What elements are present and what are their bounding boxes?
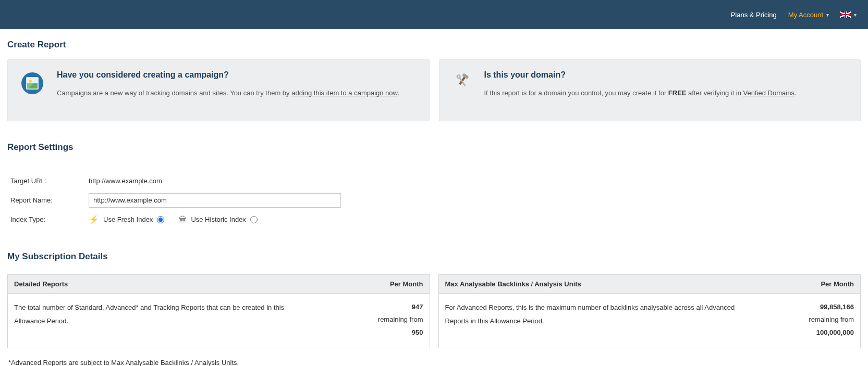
report-name-row: Report Name:: [7, 190, 861, 211]
campaign-text-before: Campaigns are a new way of tracking doma…: [57, 89, 291, 97]
index-type-row: Index Type: ⚡ Use Fresh Index 🏛 Use Hist…: [7, 211, 861, 229]
index-type-label: Index Type:: [7, 216, 89, 223]
subscription-tables-row: Detailed Reports Per Month The total num…: [7, 274, 861, 348]
uk-flag-icon: [840, 11, 851, 18]
max-backlinks-numbers: 99,858,166 remaining from 100,000,000: [809, 301, 854, 339]
domain-text-after: .: [794, 89, 797, 97]
fresh-index-label: Use Fresh Index: [103, 216, 153, 223]
target-url-row: Target URL: http://www.example.com: [7, 172, 861, 190]
detailed-reports-title: Detailed Reports: [14, 280, 68, 288]
picture-icon: [26, 77, 39, 90]
max-backlinks-middle: remaining from: [809, 313, 854, 326]
historic-index-radio[interactable]: [250, 216, 258, 223]
report-settings-section: Report Settings Target URL: http://www.e…: [7, 142, 861, 229]
info-cards-row: Have you considered creating a campaign?…: [7, 59, 861, 121]
max-backlinks-card: Max Analysable Backlinks / Analysis Unit…: [438, 274, 861, 348]
max-backlinks-remaining: 99,858,166: [809, 301, 854, 314]
fresh-index-option[interactable]: ⚡ Use Fresh Index: [89, 214, 164, 224]
subscription-footnote: *Advanced Reports are subject to Max Ana…: [7, 359, 861, 366]
page-title: Create Report: [7, 40, 861, 50]
max-backlinks-total: 100,000,000: [809, 326, 854, 339]
historic-index-label: Use Historic Index: [191, 216, 246, 223]
my-account-label: My Account: [788, 11, 823, 19]
page-content: Create Report Have you considered creati…: [0, 29, 868, 366]
campaign-card-title: Have you considered creating a campaign?: [57, 70, 399, 80]
verified-domains-link[interactable]: Verified Domains: [743, 89, 794, 97]
report-settings-heading: Report Settings: [7, 142, 861, 153]
subscription-heading: My Subscription Details: [7, 251, 861, 262]
bolt-icon: ⚡: [89, 214, 99, 224]
tools-icon: [453, 72, 471, 90]
detailed-reports-remaining: 947: [378, 301, 423, 314]
target-url-label: Target URL:: [7, 177, 89, 185]
detailed-reports-desc: The total number of Standard, Advanced* …: [14, 301, 306, 339]
domain-free-bold: FREE: [668, 89, 687, 97]
detailed-reports-numbers: 947 remaining from 950: [378, 301, 423, 339]
subscription-details-section: My Subscription Details Detailed Reports…: [7, 251, 861, 366]
report-name-label: Report Name:: [7, 196, 89, 204]
campaign-card-body: Have you considered creating a campaign?…: [57, 70, 399, 109]
campaign-text-after: .: [397, 89, 399, 97]
domain-card-body: Is this your domain? If this report is f…: [484, 70, 797, 100]
chevron-down-icon: ▾: [854, 12, 857, 18]
add-to-campaign-link[interactable]: adding this item to a campaign now: [291, 89, 397, 97]
top-bar: Plans & Pricing My Account ▾ ▾: [0, 0, 868, 29]
campaign-icon: [21, 72, 43, 94]
max-backlinks-head: Max Analysable Backlinks / Analysis Unit…: [439, 275, 861, 294]
max-backlinks-body: For Advanced Reports, this is the maximu…: [439, 294, 861, 348]
detailed-reports-middle: remaining from: [378, 313, 423, 326]
detailed-reports-head: Detailed Reports Per Month: [8, 275, 430, 294]
domain-card-text: If this report is for a domain you contr…: [484, 87, 797, 100]
domain-text-before: If this report is for a domain you contr…: [484, 89, 668, 97]
per-month-label: Per Month: [821, 280, 854, 288]
bank-icon: 🏛: [179, 215, 187, 224]
plans-pricing-link[interactable]: Plans & Pricing: [731, 11, 777, 19]
my-account-dropdown[interactable]: My Account ▾: [788, 11, 829, 19]
historic-index-option[interactable]: 🏛 Use Historic Index: [179, 215, 257, 224]
max-backlinks-title: Max Analysable Backlinks / Analysis Unit…: [445, 280, 581, 288]
chevron-down-icon: ▾: [826, 12, 829, 18]
domain-card-title: Is this your domain?: [484, 70, 797, 80]
language-selector[interactable]: ▾: [840, 11, 857, 18]
detailed-reports-card: Detailed Reports Per Month The total num…: [7, 274, 430, 348]
detailed-reports-total: 950: [378, 326, 423, 339]
target-url-value: http://www.example.com: [89, 177, 162, 185]
domain-card: Is this your domain? If this report is f…: [439, 59, 861, 121]
report-name-input[interactable]: [89, 193, 341, 208]
domain-text-mid: after verifying it in: [687, 89, 743, 97]
per-month-label: Per Month: [390, 280, 423, 288]
max-backlinks-desc: For Advanced Reports, this is the maximu…: [445, 301, 737, 339]
detailed-reports-body: The total number of Standard, Advanced* …: [8, 294, 430, 348]
campaign-card: Have you considered creating a campaign?…: [7, 59, 430, 121]
campaign-card-text: Campaigns are a new way of tracking doma…: [57, 87, 399, 100]
fresh-index-radio[interactable]: [157, 216, 164, 223]
index-type-radio-group: ⚡ Use Fresh Index 🏛 Use Historic Index: [89, 214, 258, 224]
